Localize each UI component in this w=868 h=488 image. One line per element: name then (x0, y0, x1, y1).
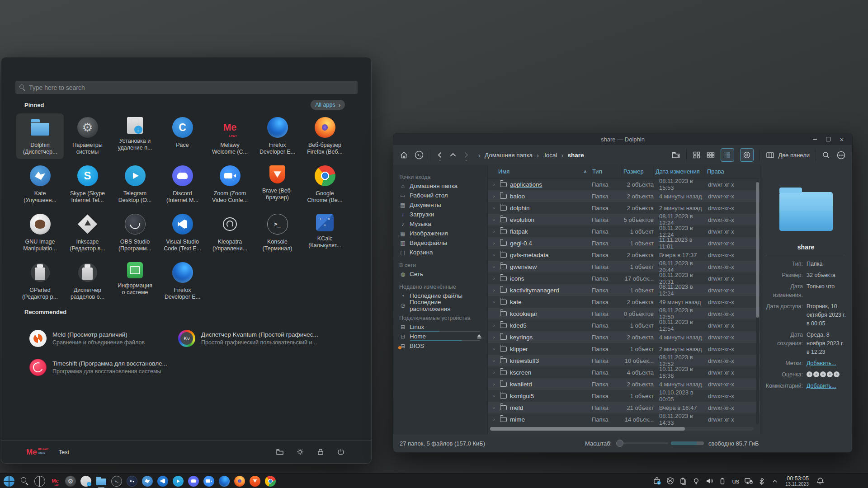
places-item[interactable]: ▥ Видеофайлы (393, 238, 487, 248)
expand-chevron-icon[interactable]: › (488, 252, 500, 258)
back-dropdown-icon[interactable]: ⌄ (439, 158, 442, 162)
taskbar-item[interactable] (127, 476, 137, 487)
search-input[interactable] (29, 84, 354, 91)
column-header-name[interactable]: Имя ∧ (488, 165, 591, 178)
icons-view-icon[interactable] (693, 151, 701, 159)
file-row[interactable]: › gwenview Папка 1 объект 08.11.2023 в 2… (488, 261, 760, 272)
expand-chevron-icon[interactable]: › (488, 381, 500, 387)
file-row[interactable]: › baloo Папка 2 объекта 4 минуты назад d… (488, 190, 760, 202)
terminal-avatar-icon[interactable] (414, 150, 424, 160)
app-tile[interactable]: Google Chrome (Ве... (301, 162, 349, 207)
places-item[interactable]: ⊟ Home (393, 332, 487, 341)
clipboard-icon[interactable] (679, 477, 688, 486)
screen-lock-icon[interactable] (744, 477, 753, 486)
places-item[interactable]: ▢ Корзина (393, 248, 487, 257)
vertical-scrollbar[interactable] (756, 180, 759, 424)
hamburger-menu-icon[interactable] (836, 150, 846, 160)
file-name[interactable]: gvfs-metadata (510, 252, 582, 258)
file-name[interactable]: knewstuff3 (510, 357, 582, 364)
app-tile[interactable]: Веб-браузер Firefox (Веб... (301, 113, 349, 159)
volume-icon[interactable] (705, 477, 714, 486)
app-tile[interactable]: Kate (Улучшенн... (16, 162, 64, 207)
compact-view-icon[interactable] (707, 151, 715, 159)
notifications-bell-icon[interactable] (816, 477, 825, 486)
app-tile[interactable]: Zoom (Zoom Video Confe... (206, 162, 254, 207)
expand-chevron-icon[interactable]: › (488, 323, 500, 328)
app-tile[interactable]: Brave (Веб- браузер) (254, 162, 301, 207)
app-tile[interactable]: Firefox Developer E... (159, 258, 206, 304)
eject-icon[interactable] (477, 334, 482, 338)
column-header-date[interactable]: Дата изменения (654, 165, 704, 178)
file-name[interactable]: keyrings (510, 334, 582, 341)
add-comment-link[interactable]: Добавить... (807, 382, 847, 390)
rating-star[interactable] (820, 371, 826, 377)
back-button[interactable]: ⌄ (436, 151, 443, 159)
app-tile[interactable]: Установка и удаление п... (111, 113, 159, 159)
file-name[interactable]: kscreen (510, 369, 582, 376)
expand-chevron-icon[interactable]: › (488, 405, 500, 410)
file-name[interactable]: dolphin (510, 205, 582, 211)
expand-chevron-icon[interactable]: › (488, 276, 500, 281)
file-name[interactable]: flatpak (510, 228, 582, 235)
expand-chevron-icon[interactable]: › (488, 287, 500, 293)
expand-chevron-icon[interactable]: › (488, 264, 500, 269)
updates-icon[interactable] (652, 477, 661, 486)
file-row[interactable]: kcookiejar Папка 0 объектов 08.11.2023 в… (488, 308, 760, 319)
places-item[interactable]: ↓ Загрузки (393, 210, 487, 219)
file-name[interactable]: meld (510, 404, 582, 411)
column-header-size[interactable]: Размер (622, 165, 654, 178)
lock-button[interactable] (316, 448, 325, 456)
home-icon[interactable] (400, 151, 408, 160)
details-view-button[interactable] (721, 148, 734, 162)
taskbar-item[interactable] (65, 476, 76, 487)
app-tile[interactable]: KCalc (Калькулят... (301, 210, 349, 256)
taskbar-item[interactable] (4, 476, 14, 487)
user-name[interactable]: Test (58, 449, 69, 455)
expand-chevron-icon[interactable]: › (488, 299, 500, 305)
app-tile[interactable]: Discord (Internet M... (159, 162, 206, 207)
file-row[interactable]: › kded5 Папка 1 объект 08.11.2023 в 12:5… (488, 319, 760, 331)
app-tile[interactable]: Inkscape (Редактор в... (64, 210, 111, 256)
recommended-item[interactable]: Диспетчер Kvantum (Простой графичес... П… (178, 324, 332, 353)
taskbar-item[interactable] (173, 476, 184, 487)
app-tile[interactable]: Информация о системе (111, 258, 159, 304)
taskbar-item[interactable] (142, 476, 153, 487)
app-tile[interactable]: Параметры системы (64, 113, 111, 159)
file-row[interactable]: › kxmlgui5 Папка 1 объект 10.10.2023 в 0… (488, 390, 760, 402)
file-name[interactable]: kate (510, 299, 582, 305)
expand-chevron-icon[interactable]: › (488, 240, 500, 246)
breadcrumb-local[interactable]: .local (543, 152, 557, 159)
file-name[interactable]: kded5 (510, 322, 582, 329)
app-tile[interactable]: OBS Studio (Программ... (111, 210, 159, 256)
up-button[interactable] (449, 151, 457, 159)
places-item[interactable]: Подключаемые устройства (393, 314, 487, 322)
power-button[interactable] (337, 448, 345, 456)
file-row[interactable]: › kactivitymanagerd Папка 1 объект 08.11… (488, 284, 760, 296)
expand-chevron-icon[interactable]: › (488, 217, 500, 222)
places-item[interactable]: ◶ Последние расположения (393, 300, 487, 310)
titlebar[interactable]: share — Dolphin (393, 133, 852, 145)
clock[interactable]: 00:53:05 13.11.2023 (785, 476, 809, 487)
file-name[interactable]: icons (510, 275, 582, 282)
taskbar-item[interactable] (250, 476, 260, 487)
forward-dropdown-icon[interactable]: ⌄ (465, 158, 468, 162)
app-tile[interactable]: Dolphin (Диспетчер... (16, 113, 64, 159)
app-tile[interactable]: Kleopatra (Управлени... (206, 210, 254, 256)
taskbar-item[interactable] (96, 476, 107, 487)
places-item[interactable]: ♪ Музыка (393, 219, 487, 229)
places-item[interactable]: ▤ Документы (393, 200, 487, 210)
rating-star[interactable] (834, 371, 840, 377)
places-item[interactable]: Точки входа (393, 173, 487, 181)
expand-chevron-icon[interactable]: › (488, 334, 500, 340)
breadcrumb-current[interactable]: share (568, 152, 584, 159)
taskbar-item[interactable] (111, 476, 122, 487)
forward-button[interactable]: ⌄ (462, 151, 470, 159)
file-row[interactable]: › flatpak Папка 1 объект 08.11.2023 в 12… (488, 225, 760, 237)
app-tile[interactable]: Konsole (Терминал) (254, 210, 301, 256)
taskbar-item[interactable] (19, 476, 30, 487)
file-name[interactable]: gegl-0.4 (510, 240, 582, 247)
file-row[interactable]: › kate Папка 2 объекта 49 минут назад dr… (488, 296, 760, 308)
new-tab-icon[interactable] (671, 150, 680, 160)
file-manager-button[interactable] (276, 448, 284, 456)
file-name[interactable]: applications (510, 181, 582, 188)
